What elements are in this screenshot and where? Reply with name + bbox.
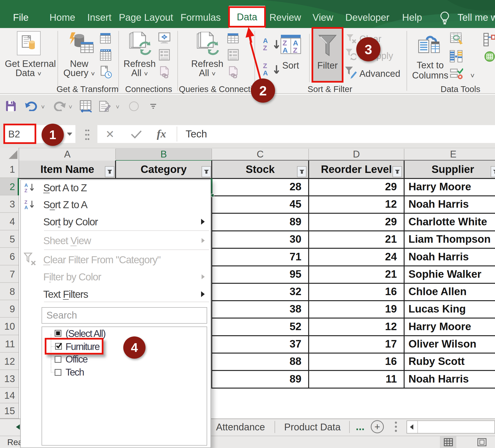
svg-text:Z: Z bbox=[283, 39, 287, 47]
svg-text:A: A bbox=[293, 39, 298, 47]
svg-text:A: A bbox=[283, 46, 288, 54]
svg-text:Z: Z bbox=[293, 46, 297, 54]
svg-text:A: A bbox=[24, 205, 28, 209]
svg-text:Z: Z bbox=[24, 199, 27, 205]
svg-text:A: A bbox=[24, 183, 28, 188]
svg-text:Z: Z bbox=[24, 188, 27, 193]
